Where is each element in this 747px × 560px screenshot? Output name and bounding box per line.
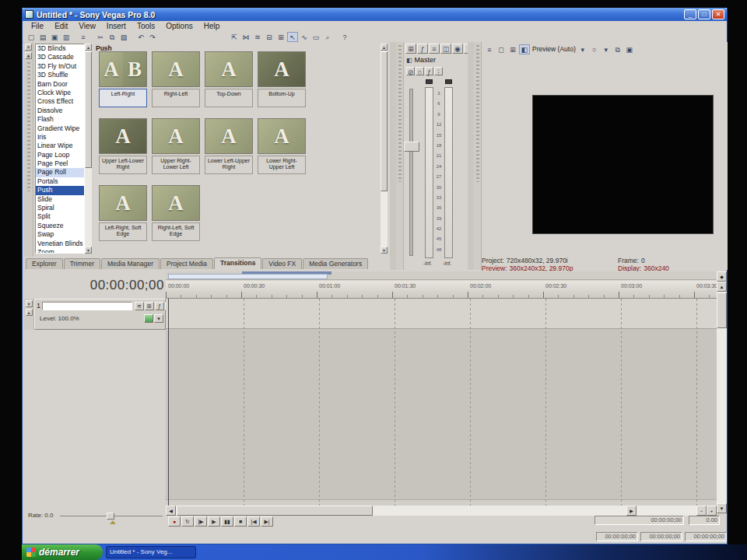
selection-length-box[interactable]: 00:00:00;00 xyxy=(685,532,727,541)
selection-end-box[interactable]: 00:00:00;00 xyxy=(640,532,682,541)
transition-plugin-item[interactable]: Linear Wipe xyxy=(36,142,84,150)
new-project-icon[interactable]: ▢ xyxy=(26,32,37,42)
lock-envelopes-icon[interactable]: ⊟ xyxy=(264,32,275,42)
bypass-motion-blur-button[interactable]: ≋ xyxy=(135,302,144,310)
quality-chevron-icon[interactable]: ▾ xyxy=(577,44,588,54)
transition-plugin-item[interactable]: Squeeze xyxy=(36,222,84,230)
tab-media-manager[interactable]: Media Manager xyxy=(101,258,160,269)
insert-fx-button[interactable]: ƒ xyxy=(425,67,433,75)
transition-preset[interactable]: ATop-Down xyxy=(205,51,253,107)
transitions-grip[interactable]: ✕ ◈ xyxy=(24,42,33,257)
preset-thumbnail[interactable]: A xyxy=(99,185,147,221)
mute-button[interactable]: ⊘ xyxy=(406,67,415,75)
transition-plugin-item[interactable]: 3D Blinds xyxy=(36,44,84,53)
downmix-output-icon[interactable]: ◫ xyxy=(440,44,451,54)
cursor-time-box[interactable]: 00:00:00;00 xyxy=(594,516,684,525)
transition-preset[interactable]: ALower Left-Upper Right xyxy=(205,118,253,174)
normal-edit-tool-icon[interactable]: ↖ xyxy=(287,32,298,42)
record-button[interactable]: ● xyxy=(168,516,181,527)
insert-assignable-fx-icon[interactable]: ƒ xyxy=(417,44,428,54)
zoom-in-time-icon[interactable]: + xyxy=(707,506,717,516)
copy-snapshot-icon[interactable]: ⧉ xyxy=(612,44,623,54)
zoom-out-time-icon[interactable]: − xyxy=(696,506,707,516)
automatic-crossfades-icon[interactable]: ⋈ xyxy=(240,32,251,42)
dock-grab-handle[interactable] xyxy=(27,62,30,191)
taskbar-app-button[interactable]: Untitled * - Sony Veg... xyxy=(106,546,196,558)
scroll-up-icon[interactable]: ▲ xyxy=(381,44,388,51)
track-minimize-strip[interactable]: ▾ ▴ xyxy=(24,299,34,330)
transition-plugin-item[interactable]: Portals xyxy=(36,177,84,186)
time-ruler[interactable]: 00:00:0000:00:3000:01:0000:01:3000:02:00… xyxy=(166,281,717,299)
master-fader-track[interactable] xyxy=(409,89,413,256)
selection-edit-tool-icon[interactable]: ▭ xyxy=(310,32,321,42)
menu-view[interactable]: View xyxy=(73,22,101,30)
mixer-properties-icon[interactable]: ≡ xyxy=(429,44,440,54)
scroll-down-icon[interactable]: ▼ xyxy=(717,503,727,513)
compositing-mode-button[interactable] xyxy=(144,314,153,323)
open-project-icon[interactable]: ▤ xyxy=(37,32,48,42)
ignore-event-grouping-icon[interactable]: ⊞ xyxy=(275,32,286,42)
dock-grab-handle[interactable] xyxy=(476,45,479,182)
transition-preset[interactable]: ALower Right-Upper Left xyxy=(258,118,306,174)
transition-plugin-item[interactable]: 3D Shuffle xyxy=(36,71,84,79)
solo-button[interactable]: ○ xyxy=(416,67,424,75)
video-track-header[interactable]: 1 ≋⊞ƒ⊘○ Level: 100.0% ▾ xyxy=(34,299,166,330)
mixer-grip[interactable] xyxy=(396,42,404,270)
preset-thumbnail[interactable]: A xyxy=(152,51,200,87)
transition-preset[interactable]: ALeft-Right, Soft Edge xyxy=(99,185,147,241)
track-name-field[interactable] xyxy=(42,302,132,310)
tab-transitions[interactable]: Transitions xyxy=(214,257,261,269)
redo-icon[interactable]: ↷ xyxy=(147,32,158,42)
preset-thumbnail[interactable]: AB xyxy=(99,51,147,87)
close-dock-icon[interactable]: ✕ xyxy=(25,44,32,51)
minimize-button[interactable]: _ xyxy=(684,9,696,19)
scroll-left-icon[interactable]: ◀ xyxy=(166,506,176,516)
panel-splitter[interactable] xyxy=(390,42,396,270)
tab-trimmer[interactable]: Trimmer xyxy=(64,258,100,269)
preset-thumbnail[interactable]: A xyxy=(205,51,253,87)
scroll-down-icon[interactable]: ▼ xyxy=(381,247,388,254)
scroll-up-icon[interactable]: ▲ xyxy=(717,282,727,292)
envelope-edit-tool-icon[interactable]: ∿ xyxy=(299,32,310,42)
transition-plugin-item[interactable]: Flash xyxy=(36,115,84,124)
timeline-horizontal-scrollbar[interactable]: ◀ ▶ − + xyxy=(166,506,717,516)
tab-explorer[interactable]: Explorer xyxy=(26,258,63,269)
timeline-vertical-scrollbar[interactable]: ◆ ▲ ▼ xyxy=(717,271,727,513)
transition-plugin-item[interactable]: Page Roll xyxy=(36,168,84,177)
pin-dock-icon[interactable]: ◈ xyxy=(25,52,32,59)
rate-slider-thumb[interactable] xyxy=(107,513,114,520)
maximize-button[interactable]: □ xyxy=(698,9,710,19)
project-properties-icon[interactable]: ≡ xyxy=(78,32,89,42)
stop-button[interactable]: ■ xyxy=(234,516,247,527)
transition-plugin-item[interactable]: Page Loop xyxy=(36,151,84,159)
zoom-edit-tool-icon[interactable]: ⌕ xyxy=(322,32,333,42)
cursor-time-display[interactable]: 00:00:00;00 xyxy=(69,278,164,293)
transition-plugin-item[interactable]: Swap xyxy=(36,230,84,239)
preset-thumbnail[interactable]: A xyxy=(152,118,200,154)
transition-plugin-item[interactable]: Push xyxy=(36,186,84,194)
play-from-start-button[interactable]: |▶ xyxy=(195,516,207,527)
tab-project-media[interactable]: Project Media xyxy=(160,258,213,269)
menu-insert[interactable]: Insert xyxy=(101,22,132,30)
video-overlays-icon[interactable]: ⊞ xyxy=(507,44,518,54)
scrollbar-thumb[interactable] xyxy=(177,506,373,516)
master-fader-thumb[interactable] xyxy=(404,142,419,152)
transition-plugin-item[interactable]: Iris xyxy=(36,133,84,142)
preset-thumbnail[interactable]: A xyxy=(258,51,306,87)
loop-region-bar[interactable] xyxy=(168,274,328,279)
preset-thumbnail[interactable]: A xyxy=(99,118,147,154)
scroll-right-icon[interactable]: ▶ xyxy=(626,506,637,516)
transition-plugin-item[interactable]: Barn Door xyxy=(36,80,84,89)
tab-video-fx[interactable]: Video FX xyxy=(262,258,302,269)
transition-plugin-item[interactable]: Cross Effect xyxy=(36,97,84,106)
undo-icon[interactable]: ↶ xyxy=(135,32,146,42)
transition-plugin-item[interactable]: Zoom xyxy=(36,248,84,254)
aux-value-box[interactable]: 0.00 xyxy=(689,516,720,525)
transition-preset[interactable]: ABLeft-Right xyxy=(99,51,147,107)
transition-plugin-item[interactable]: 3D Cascade xyxy=(36,53,84,61)
scroll-down-icon[interactable]: ▼ xyxy=(85,247,92,254)
transition-plugin-item[interactable]: Page Peel xyxy=(36,159,84,168)
video-track-lane[interactable] xyxy=(166,299,717,329)
fader-mode-button[interactable]: ⋮ xyxy=(434,67,443,75)
cut-icon[interactable]: ✂ xyxy=(95,32,106,42)
